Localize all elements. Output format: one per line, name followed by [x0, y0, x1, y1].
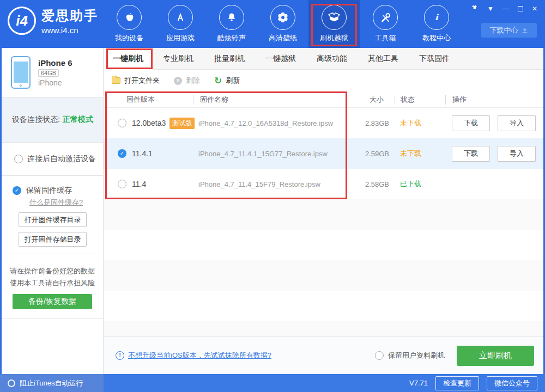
download-center-button[interactable]: 下载中心	[481, 23, 537, 38]
svg-text:i: i	[435, 13, 439, 22]
nav-label: 应用游戏	[166, 33, 195, 43]
firmware-row-11.4.1[interactable]: ✓ 11.4.1 iPhone_4.7_11.4.1_15G77_Restore…	[104, 138, 545, 169]
empty-stripe	[104, 230, 545, 260]
status-bar: 阻止iTunes自动运行 V7.71 检查更新 微信公众号	[0, 374, 545, 392]
empty-stripe	[104, 291, 545, 321]
table-header: 固件版本 固件名称 大小 状态 操作	[104, 91, 545, 108]
open-storage-dir-button[interactable]: 打开固件存储目录	[19, 232, 87, 247]
menu-dropdown-icon[interactable]: ▼	[487, 5, 494, 13]
app-logo: i4 爱思助手 www.i4.cn	[8, 7, 98, 35]
exclamation-icon: !	[116, 351, 124, 360]
delete-label: 删除	[186, 76, 200, 85]
firmware-size: 2.59GB	[351, 150, 389, 158]
nav-item-tutorials[interactable]: i 教程中心	[411, 0, 462, 48]
backup-restore-button[interactable]: 备份/恢复数据	[13, 294, 92, 309]
tab-batch-flash[interactable]: 批量刷机	[204, 48, 255, 70]
tab-one-key-jailbreak[interactable]: 一键越狱	[255, 48, 306, 70]
bell-icon	[219, 5, 244, 30]
status-bar-right: V7.71 检查更新 微信公众号	[104, 374, 545, 392]
row-radio-unchecked[interactable]	[118, 119, 126, 127]
erase-data-link[interactable]: ! 不想升级当前iOS版本，先试试抹除所有数据?	[116, 351, 271, 360]
column-action: 操作	[445, 95, 467, 105]
import-firmware-button[interactable]: 导入	[498, 115, 536, 131]
block-itunes-radio[interactable]	[8, 379, 15, 387]
keep-user-data-label: 保留用户资料刷机	[388, 351, 445, 360]
logo-i4-icon: i4	[8, 7, 36, 35]
download-firmware-button[interactable]: 下载	[452, 146, 490, 162]
backup-warning-line1: 请在操作前备份好您的数据	[2, 265, 103, 277]
auto-activate-label: 连接后自动激活设备	[27, 154, 96, 164]
delete-button[interactable]: ✕ 删除	[174, 76, 200, 85]
download-center-label: 下载中心	[490, 26, 518, 35]
firmware-version: 12.0beta3	[132, 119, 166, 127]
delete-icon: ✕	[174, 77, 182, 85]
minimize-icon[interactable]: —	[502, 5, 509, 13]
tab-pro-flash[interactable]: 专业刷机	[153, 48, 204, 70]
tab-advanced[interactable]: 高级功能	[306, 48, 358, 70]
info-icon: i	[424, 5, 449, 30]
keep-user-data-radio[interactable]	[375, 351, 384, 360]
auto-activate-radio[interactable]	[14, 155, 23, 163]
nav-label: 工具箱	[375, 33, 396, 43]
iphone-icon	[11, 56, 31, 89]
keep-user-data-row: 保留用户资料刷机	[375, 351, 445, 360]
auto-activate-row: 连接后自动激活设备	[2, 143, 103, 176]
download-firmware-button[interactable]: 下载	[452, 115, 490, 131]
firmware-name: iPhone_4.7_12.0_16A5318d_Restore.ipsw	[198, 119, 351, 127]
firmware-row-12.0beta3[interactable]: 12.0beta3 测试版 iPhone_4.7_12.0_16A5318d_R…	[104, 108, 545, 138]
column-firmware-version: 固件版本	[126, 95, 198, 105]
open-folder-button[interactable]: 打开文件夹	[112, 76, 160, 85]
nav-item-wallpapers[interactable]: 高清壁纸	[257, 0, 308, 48]
appstore-icon	[168, 5, 193, 30]
close-icon[interactable]: ✕	[532, 5, 537, 13]
flower-icon	[270, 5, 295, 30]
row-radio-checked[interactable]: ✓	[118, 149, 126, 158]
app-url: www.i4.cn	[41, 26, 98, 35]
firmware-status: 已下载	[400, 179, 444, 189]
firmware-row-11.4[interactable]: 11.4 iPhone_4.7_11.4_15F79_Restore.ipsw …	[104, 169, 545, 199]
open-cache-dir-button[interactable]: 打开固件缓存目录	[19, 212, 87, 227]
refresh-label: 刷新	[226, 76, 240, 85]
skin-icon[interactable]	[470, 4, 479, 13]
tab-one-key-flash[interactable]: 一键刷机	[104, 48, 153, 70]
what-is-cache-link[interactable]: 什么是固件缓存?	[29, 198, 103, 207]
empty-stripe	[104, 260, 545, 291]
backup-panel: 请在操作前备份好您的数据 使用本工具请自行承担风险 备份/恢复数据	[2, 254, 103, 318]
firmware-status: 未下载	[400, 149, 444, 158]
app-title: 爱思助手	[41, 7, 98, 24]
nav-item-apps-games[interactable]: 应用游戏	[155, 0, 206, 48]
header: i4 爱思助手 www.i4.cn 我的设备 应用游戏	[0, 0, 545, 48]
nav-label: 刷机越狱	[320, 33, 348, 43]
nav-item-ringtones[interactable]: 酷炫铃声	[206, 0, 257, 48]
maximize-icon[interactable]	[518, 6, 523, 11]
beta-badge: 测试版	[169, 118, 195, 129]
row-radio-unchecked[interactable]	[118, 180, 126, 188]
nav-item-toolbox[interactable]: 工具箱	[360, 0, 411, 48]
connection-status-panel: 设备连接状态: 正常模式	[2, 97, 103, 143]
nav-label: 教程中心	[422, 33, 451, 43]
firmware-version: 11.4.1	[132, 149, 153, 158]
app-version: V7.71	[409, 379, 428, 387]
wechat-account-button[interactable]: 微信公众号	[487, 376, 537, 390]
sidebar-empty-area	[2, 318, 103, 374]
firmware-cache-panel: ✓ 保留固件缓存 什么是固件缓存? 打开固件缓存目录 打开固件存储目录	[2, 176, 103, 254]
erase-link-text: 不想升级当前iOS版本，先试试抹除所有数据?	[128, 351, 271, 360]
main-content: 一键刷机 专业刷机 批量刷机 一键越狱 高级功能 其他工具 下载固件 打开文件夹…	[104, 48, 545, 374]
tab-download-firmware[interactable]: 下载固件	[409, 48, 460, 70]
nav-item-my-device[interactable]: 我的设备	[104, 0, 155, 48]
check-update-button[interactable]: 检查更新	[435, 376, 479, 390]
open-folder-label: 打开文件夹	[124, 76, 160, 85]
device-capacity-badge: 64GB	[38, 69, 59, 77]
tab-other-tools[interactable]: 其他工具	[358, 48, 409, 70]
firmware-size: 2.58GB	[351, 180, 389, 188]
flash-now-button[interactable]: 立即刷机	[457, 346, 534, 366]
firmware-size: 2.83GB	[351, 119, 389, 127]
refresh-button[interactable]: ↻ 刷新	[214, 76, 240, 85]
nav-item-flash-jailbreak[interactable]: 刷机越狱	[308, 0, 360, 48]
import-firmware-button[interactable]: 导入	[498, 146, 536, 162]
firmware-name: iPhone_4.7_11.4.1_15G77_Restore.ipsw	[198, 150, 351, 158]
keep-cache-checkbox[interactable]: ✓	[13, 186, 21, 195]
column-size: 大小	[346, 95, 384, 105]
firmware-name: iPhone_4.7_11.4_15F79_Restore.ipsw	[198, 180, 351, 188]
firmware-version: 11.4	[132, 180, 146, 188]
